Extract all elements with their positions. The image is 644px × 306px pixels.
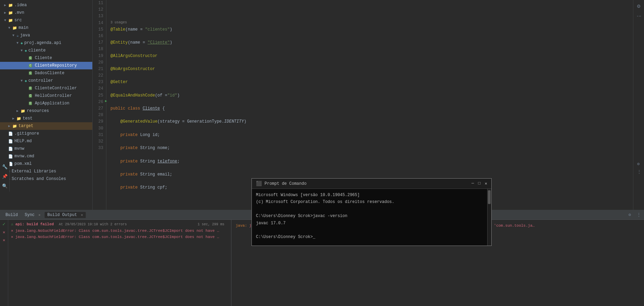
- sidebar-item-target[interactable]: ▶ 📁 target: [0, 122, 92, 130]
- sidebar-item-controller[interactable]: ▼ ◈ controller: [0, 77, 92, 84]
- cmd-minimize-button[interactable]: ─: [471, 181, 474, 186]
- sidebar-item-dados-cliente[interactable]: C DadosCliente: [0, 69, 92, 77]
- expand-arrow: ▶: [12, 116, 16, 121]
- sidebar-item-cliente-repo[interactable]: C ClienteRepository: [0, 62, 92, 69]
- folder-icon: 📁: [12, 26, 17, 30]
- cmd-line1: Microsoft Windows [versão 10.0.19045.296…: [256, 192, 483, 199]
- cmd-maximize-button[interactable]: □: [478, 181, 481, 186]
- package-icon: ◈: [25, 79, 27, 83]
- tab-sync[interactable]: Sync ✕: [22, 212, 43, 218]
- class-icon: C: [29, 87, 32, 90]
- folder-icon: 📁: [8, 3, 13, 8]
- sidebar-item-hello-controller[interactable]: C HelloController: [0, 92, 92, 100]
- tab-build-output[interactable]: Build Output ✕: [45, 212, 86, 218]
- expand-arrow: ▼: [16, 41, 21, 45]
- package-icon: ◈: [21, 41, 23, 45]
- sidebar-item-gitignore[interactable]: 📄 .gitignore: [0, 130, 92, 137]
- sidebar-item-help[interactable]: 📄 HELP.md: [0, 137, 92, 145]
- build-status-text: api: build failed At 29/05/2023 19:10 wi…: [15, 222, 225, 227]
- expand-arrow: ▶: [8, 124, 12, 128]
- sidebar-item-cliente-pkg[interactable]: ▼ ◈ cliente: [0, 47, 92, 54]
- sidebar-item-test[interactable]: ▶ 📁 test: [0, 115, 92, 122]
- sync-tab-close[interactable]: ✕: [38, 213, 40, 217]
- code-line-25: [110, 198, 264, 204]
- cmd-line5: javac 17.0.7: [256, 220, 483, 227]
- expand-arrow: ▼: [12, 34, 16, 37]
- bottom-panel-settings[interactable]: ⚙: [629, 212, 634, 217]
- file-icon: 📄: [8, 154, 13, 159]
- sidebar-item-package[interactable]: ▼ ◈ proj.agenda.api: [0, 39, 92, 47]
- code-line-19: @GeneratedValue(strategy = GenerationTyp…: [110, 118, 264, 125]
- cmd-scrollbar-thumb[interactable]: [488, 190, 491, 204]
- sidebar-item-mvn[interactable]: ▶ 📁 .mvn: [0, 9, 92, 16]
- cmd-line2: (c) Microsoft Corporation. Todos os dire…: [256, 199, 483, 205]
- sidebar-item-mvnw-cmd[interactable]: 📄 mvnw.cmd: [0, 152, 92, 160]
- cmd-close-button[interactable]: ✕: [485, 181, 487, 186]
- error1-text: java.lang.NoSuchFieldError: Class com.su…: [15, 228, 221, 234]
- sidebar-item-pom[interactable]: 📄 pom.xml: [0, 160, 92, 168]
- sidebar-item-main[interactable]: ▼ 📁 main: [0, 24, 92, 32]
- cmd-prompt-window: ⬛ Prompt de Comando ─ □ ✕ Microsoft Wind…: [251, 178, 492, 246]
- build-action-icons: ✓ ✕ ✕: [0, 220, 8, 306]
- cmd-line3: [256, 206, 483, 213]
- code-line-20: private Long id;: [110, 132, 264, 138]
- sidebar-item-cliente-class[interactable]: C Cliente: [0, 54, 92, 62]
- code-line-14: @AllArgsConstructor: [110, 53, 264, 59]
- build-success-icon[interactable]: ✓: [2, 221, 5, 227]
- sidebar-item-java[interactable]: ▼ ☕ java: [0, 32, 92, 39]
- sidebar-item-src[interactable]: ▼ 📁 src: [0, 16, 92, 24]
- build-error2-line: ✕ java.lang.NoSuchFieldError: Class com.…: [11, 234, 228, 240]
- collapse-icon[interactable]: ⋮: [636, 14, 642, 19]
- tool-pin-icon[interactable]: 📌: [2, 174, 8, 179]
- tool-search-icon[interactable]: 🔍: [2, 183, 8, 189]
- sidebar-item-external-libs[interactable]: ▶ ≡ External Libraries: [0, 168, 92, 175]
- line-numbers: 11 12 13 14 15 16 17 18 19 20 21 22 23 2…: [93, 0, 106, 210]
- code-lines[interactable]: 3 usages @Table(name = "clientes") @Enti…: [106, 0, 268, 210]
- file-icon: 📄: [8, 139, 13, 144]
- class-icon: C: [29, 56, 32, 60]
- build-status-line: ⚠ api: build failed At 29/05/2023 19:10 …: [11, 221, 228, 228]
- code-line-24: private String cpf;: [110, 184, 264, 191]
- cmd-line6: [256, 227, 483, 234]
- folder-icon: 📁: [12, 124, 17, 128]
- error2-text: java.lang.NoSuchFieldError: Class com.su…: [15, 234, 221, 240]
- code-line-17: @EqualsAndHashCode(of ="id"): [110, 92, 264, 99]
- expand-arrow: ▼: [21, 79, 25, 83]
- file-icon: 📄: [8, 132, 13, 136]
- build-failed-icon: ⚠: [11, 222, 13, 227]
- cmd-icon: ⬛: [256, 181, 262, 186]
- sidebar-item-idea[interactable]: ▶ 📁 .idea: [0, 1, 92, 9]
- sidebar-item-mvnw[interactable]: 📄 mvnw: [0, 145, 92, 152]
- code-line-13: @Entity(name = "Cliente"): [110, 39, 264, 46]
- sidebar-item-cliente-controller[interactable]: C ClienteController: [0, 84, 92, 92]
- sidebar-item-api-app[interactable]: C ApiApplication: [0, 100, 92, 107]
- expand-arrow: ▶: [4, 3, 8, 7]
- file-icon: 📄: [8, 147, 13, 151]
- code-line-11: [110, 7, 264, 13]
- java-folder-icon: ☕: [16, 33, 19, 38]
- left-tool-icons: 🔧 📌 🔍: [0, 161, 10, 192]
- cmd-line7: C:\Users\Dionney Scrok>_: [256, 234, 483, 240]
- bottom-panel-more[interactable]: ⋮: [636, 212, 641, 218]
- folder-icon: 📁: [16, 116, 21, 121]
- sidebar-item-scratches[interactable]: ▶ ✏ Scratches and Consoles: [0, 175, 92, 183]
- expand-arrow: ▶: [4, 11, 8, 15]
- class-icon: C: [29, 71, 32, 75]
- code-line-21: private String nome;: [110, 145, 264, 151]
- build-error2-icon[interactable]: ✕: [3, 238, 5, 243]
- settings-gear-icon[interactable]: ⚙: [637, 3, 641, 10]
- tab-build[interactable]: Build: [3, 212, 21, 218]
- cmd-body[interactable]: Microsoft Windows [versão 10.0.19045.296…: [252, 189, 487, 246]
- cmd-title: ⬛ Prompt de Comando: [256, 181, 306, 186]
- right-panel: ⚙ ⋮: [633, 0, 644, 210]
- folder-icon: 📁: [21, 109, 25, 113]
- folder-icon: 📁: [8, 18, 13, 23]
- class-icon: C: [29, 94, 32, 98]
- code-line-16: @Getter: [110, 79, 264, 86]
- tool-wrench-icon[interactable]: 🔧: [2, 164, 8, 170]
- build-error-icon[interactable]: ✕: [3, 230, 5, 235]
- build-output-tab-close[interactable]: ✕: [81, 213, 83, 217]
- cmd-scrollbar[interactable]: [487, 189, 491, 246]
- sidebar-item-resources[interactable]: ▶ 📁 resources: [0, 107, 92, 115]
- code-line-15: @NoArgsConstructor: [110, 66, 264, 72]
